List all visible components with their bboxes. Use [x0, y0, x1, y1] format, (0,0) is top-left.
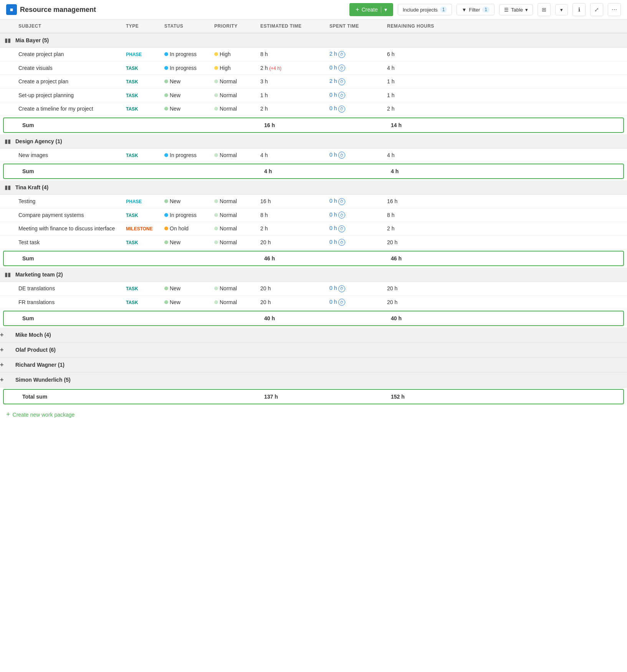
total-spent	[330, 394, 388, 400]
clock-icon[interactable]: ⏱	[338, 92, 345, 99]
sum-indent	[4, 315, 19, 321]
clock-icon[interactable]: ⏱	[338, 225, 345, 232]
clock-icon[interactable]: ⏱	[338, 65, 345, 71]
sum-priority	[215, 122, 261, 128]
sum-label: Sum	[19, 315, 127, 321]
create-button[interactable]: + Create ▾	[349, 3, 393, 16]
group-toggle-tina-kraft[interactable]: ▮▮	[0, 184, 15, 190]
row-priority: Normal	[211, 239, 257, 245]
row-remaining: 16 h	[384, 198, 445, 204]
row-subject: Create visuals	[15, 65, 123, 71]
group-header-richard-wagner: + Richard Wagner (1)	[0, 358, 627, 372]
type-badge: TASK	[126, 286, 138, 291]
include-projects-button[interactable]: Include projects 1	[398, 4, 452, 15]
col-subject-header[interactable]: SUBJECT	[15, 23, 123, 29]
row-status: New	[161, 299, 211, 305]
clock-icon[interactable]: ⏱	[338, 78, 345, 85]
col-type-header[interactable]: TYPE	[123, 23, 161, 29]
clock-icon[interactable]: ⏱	[338, 299, 345, 306]
row-subject: Set-up project planning	[15, 92, 123, 98]
row-type: MILESTONE	[123, 225, 161, 232]
fullscreen-button[interactable]: ⤢	[590, 3, 603, 16]
row-estimated: 20 h	[257, 239, 326, 245]
app-title: Resource management	[20, 6, 96, 14]
row-priority: Normal	[211, 106, 257, 112]
spent-value: 0 h	[329, 212, 337, 218]
group-toggle-marketing-team[interactable]: ▮▮	[0, 271, 15, 278]
create-work-package-link[interactable]: + Create new work package	[0, 406, 627, 423]
group-toggle-design-agency[interactable]: ▮▮	[0, 138, 15, 144]
group-header-design-agency: ▮▮ Design Agency (1)	[0, 134, 627, 149]
create-dropdown-arrow[interactable]: ▾	[381, 7, 387, 13]
filter-button[interactable]: ▼ Filter 1	[457, 4, 494, 15]
clock-icon[interactable]: ⏱	[338, 51, 345, 58]
row-spent: 0 h⏱	[326, 225, 384, 232]
priority-dot	[214, 300, 218, 304]
row-spent: 0 h⏱	[326, 152, 384, 159]
sum-remaining: 4 h	[388, 168, 449, 174]
row-priority: High	[211, 65, 257, 71]
col-status-header[interactable]: STATUS	[161, 23, 211, 29]
priority-dot	[214, 79, 218, 83]
type-badge: TASK	[126, 153, 138, 158]
group-toggle-richard-wagner[interactable]: +	[0, 361, 15, 368]
app-header: ■ Resource management + Create ▾ Include…	[0, 0, 627, 20]
row-status: On hold	[161, 225, 211, 232]
clock-icon[interactable]: ⏱	[338, 239, 345, 246]
priority-dot	[214, 93, 218, 97]
more-options-button[interactable]: ⋯	[608, 3, 621, 16]
spent-value: 0 h	[329, 152, 337, 158]
table-button[interactable]: ☰ Table ▾	[499, 4, 533, 15]
status-dot	[164, 93, 168, 97]
clock-icon[interactable]: ⏱	[338, 285, 345, 292]
row-estimated: 1 h	[257, 92, 326, 98]
clock-icon[interactable]: ⏱	[338, 198, 345, 205]
row-spent: 0 h⏱	[326, 105, 384, 113]
spent-value: 0 h	[329, 225, 337, 231]
table-icon: ☰	[504, 7, 509, 13]
lock-button[interactable]: ⊞	[538, 3, 551, 16]
sum-row-design-agency: Sum 4 h 4 h	[3, 164, 624, 179]
row-priority: Normal	[211, 152, 257, 158]
clock-icon[interactable]: ⏱	[338, 212, 345, 218]
row-remaining: 4 h	[384, 65, 445, 71]
total-label: Total sum	[19, 394, 127, 400]
row-subject: Testing	[15, 198, 123, 204]
col-remaining-header[interactable]: REMAINING HOURS	[384, 23, 445, 29]
spent-value: 2 h	[329, 78, 337, 84]
row-remaining: 4 h	[384, 152, 445, 158]
row-estimated: 4 h	[257, 152, 326, 158]
row-status: New	[161, 239, 211, 245]
sum-status	[165, 255, 215, 262]
row-priority: Normal	[211, 78, 257, 84]
type-badge: PHASE	[126, 199, 142, 204]
table-row: Create a timeline for my project TASK Ne…	[0, 102, 627, 116]
table-row: Create a project plan TASK New Normal 3 …	[0, 75, 627, 89]
group-toggle-mia-bayer[interactable]: ▮▮	[0, 37, 15, 43]
sum-label: Sum	[19, 255, 127, 262]
row-spent: 0 h⏱	[326, 299, 384, 306]
clock-icon[interactable]: ⏱	[338, 106, 345, 113]
row-spent: 0 h⏱	[326, 92, 384, 99]
row-remaining: 20 h	[384, 299, 445, 305]
spent-value: 0 h	[329, 65, 337, 71]
group-header-simon-wunderlich: + Simon Wunderlich (5)	[0, 372, 627, 387]
col-priority-header[interactable]: PRIORITY	[211, 23, 257, 29]
info-button[interactable]: ℹ	[572, 3, 586, 16]
col-spent-header[interactable]: SPENT TIME	[326, 23, 384, 29]
row-estimated: 16 h	[257, 198, 326, 204]
group-toggle-simon-wunderlich[interactable]: +	[0, 376, 15, 383]
clock-icon[interactable]: ⏱	[338, 152, 345, 159]
sum-label: Sum	[19, 122, 127, 128]
group-toggle-mike-moch[interactable]: +	[0, 331, 15, 338]
lock-dropdown-button[interactable]: ▾	[555, 4, 568, 15]
status-dot	[164, 227, 168, 230]
row-subject: Compare payment systems	[15, 212, 123, 218]
row-subject: Test task	[15, 239, 123, 245]
group-toggle-olaf-product[interactable]: +	[0, 346, 15, 353]
spent-value: 0 h	[329, 92, 337, 98]
filter-label: Filter	[469, 7, 480, 13]
type-badge: MILESTONE	[126, 226, 153, 232]
col-estimated-header[interactable]: ESTIMATED TIME	[257, 23, 326, 29]
row-remaining: 2 h	[384, 106, 445, 112]
